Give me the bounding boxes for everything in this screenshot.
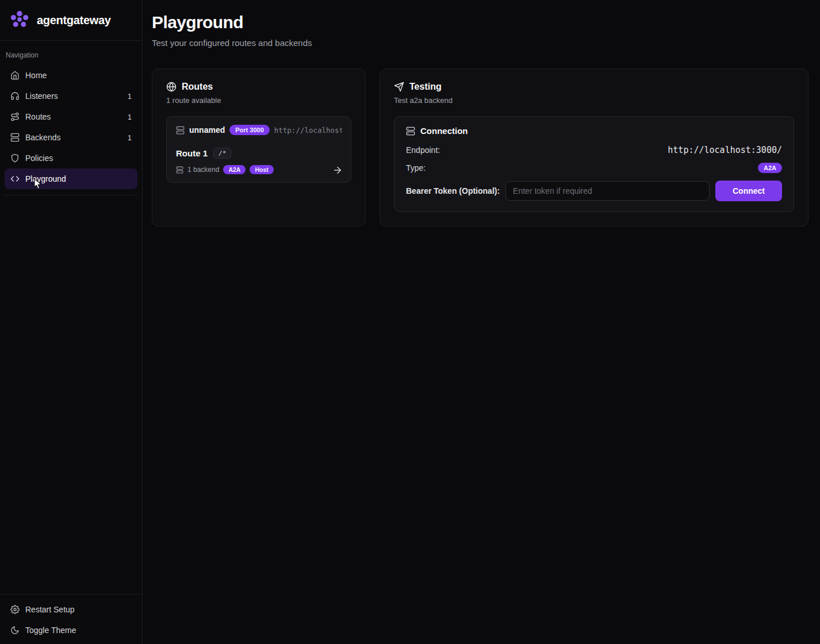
host-badge: Host bbox=[250, 165, 273, 174]
port-badge: Port 3000 bbox=[229, 125, 270, 135]
main-content: Playground Test your configured routes a… bbox=[143, 0, 820, 227]
cards-row: Routes 1 route available unnamed Port 30… bbox=[152, 68, 808, 227]
sidebar-item-label: Routes bbox=[25, 112, 51, 121]
server-icon bbox=[10, 133, 20, 142]
testing-card-subtitle: Test a2a backend bbox=[394, 96, 794, 105]
page-subtitle: Test your configured routes and backends bbox=[152, 38, 808, 48]
sidebar: agentgateway Navigation Home Listeners 1… bbox=[0, 0, 143, 644]
connection-card: Connection Endpoint: http://localhost:30… bbox=[394, 116, 794, 212]
bearer-token-row: Bearer Token (Optional): Connect bbox=[406, 181, 782, 201]
routes-card-title: Routes bbox=[182, 82, 213, 92]
testing-card-title: Testing bbox=[409, 82, 442, 92]
endpoint-value: http://localhost:3000/ bbox=[668, 145, 782, 155]
connect-button[interactable]: Connect bbox=[715, 181, 782, 201]
sidebar-item-backends[interactable]: Backends 1 bbox=[5, 127, 137, 148]
connection-title: Connection bbox=[420, 126, 468, 136]
toggle-theme-label: Toggle Theme bbox=[25, 626, 76, 635]
sidebar-item-label: Home bbox=[25, 71, 47, 80]
routes-card-subtitle: 1 route available bbox=[166, 96, 351, 105]
home-icon bbox=[10, 71, 20, 80]
restart-setup-button[interactable]: Restart Setup bbox=[5, 599, 137, 620]
brand-title: agentgateway bbox=[37, 14, 111, 27]
bearer-token-input[interactable] bbox=[505, 181, 710, 201]
routes-card-header: Routes bbox=[166, 82, 351, 92]
routes-count-badge: 1 bbox=[128, 113, 132, 121]
sidebar-footer: Restart Setup Toggle Theme bbox=[0, 594, 142, 644]
type-badge: A2A bbox=[758, 163, 782, 173]
server-icon bbox=[406, 126, 415, 136]
sidebar-item-home[interactable]: Home bbox=[5, 65, 137, 86]
globe-icon bbox=[166, 82, 177, 92]
listener-url: http://localhost:3000/ bbox=[274, 126, 342, 135]
agentgateway-logo-icon bbox=[9, 10, 30, 30]
sidebar-nav: Navigation Home Listeners 1 Routes 1 bbox=[0, 41, 142, 195]
backend-count: 1 backend bbox=[187, 166, 219, 174]
sidebar-header: agentgateway bbox=[0, 0, 142, 41]
page-title: Playground bbox=[152, 13, 808, 32]
gear-icon bbox=[10, 605, 20, 614]
toggle-theme-button[interactable]: Toggle Theme bbox=[5, 620, 137, 641]
route-path-badge: /* bbox=[213, 148, 231, 159]
server-icon bbox=[176, 126, 185, 135]
sidebar-item-routes[interactable]: Routes 1 bbox=[5, 106, 137, 127]
connection-header: Connection bbox=[406, 126, 782, 136]
listener-name: unnamed bbox=[189, 125, 225, 135]
restart-setup-label: Restart Setup bbox=[25, 605, 75, 614]
type-label: Type: bbox=[406, 163, 426, 172]
backends-count-badge: 1 bbox=[128, 133, 132, 142]
send-icon bbox=[394, 82, 404, 92]
route-meta-row: 1 backend A2A Host bbox=[176, 165, 342, 174]
testing-card-header: Testing bbox=[394, 82, 794, 92]
sidebar-item-playground[interactable]: Playground bbox=[5, 168, 137, 189]
sidebar-item-policies[interactable]: Policies bbox=[5, 148, 137, 168]
route-name: Route 1 bbox=[176, 148, 208, 158]
routes-card: Routes 1 route available unnamed Port 30… bbox=[152, 68, 366, 227]
moon-icon bbox=[10, 626, 20, 635]
testing-card: Testing Test a2a backend Connection Endp… bbox=[380, 68, 808, 227]
headphones-icon bbox=[10, 91, 20, 101]
a2a-badge: A2A bbox=[223, 165, 246, 174]
arrow-right-icon[interactable] bbox=[332, 165, 343, 175]
route-name-row: Route 1 /* bbox=[176, 148, 342, 159]
shield-icon bbox=[10, 154, 20, 163]
sidebar-item-listeners[interactable]: Listeners 1 bbox=[5, 86, 137, 106]
sidebar-item-label: Listeners bbox=[25, 91, 58, 101]
nav-divider bbox=[5, 195, 137, 195]
bearer-token-label: Bearer Token (Optional): bbox=[406, 186, 500, 195]
endpoint-label: Endpoint: bbox=[406, 145, 440, 155]
endpoint-row: Endpoint: http://localhost:3000/ bbox=[406, 145, 782, 155]
listener-row: unnamed Port 3000 http://localhost:3000/ bbox=[176, 125, 342, 135]
code-icon bbox=[10, 174, 20, 183]
sidebar-item-label: Policies bbox=[25, 154, 53, 163]
sidebar-item-label: Playground bbox=[25, 174, 66, 183]
type-row: Type: A2A bbox=[406, 163, 782, 173]
route-icon bbox=[10, 112, 20, 121]
listeners-count-badge: 1 bbox=[128, 92, 132, 101]
server-icon bbox=[176, 166, 183, 174]
sidebar-item-label: Backends bbox=[25, 133, 60, 142]
route-list-item[interactable]: unnamed Port 3000 http://localhost:3000/… bbox=[166, 116, 351, 183]
nav-section-label: Navigation bbox=[5, 47, 137, 65]
